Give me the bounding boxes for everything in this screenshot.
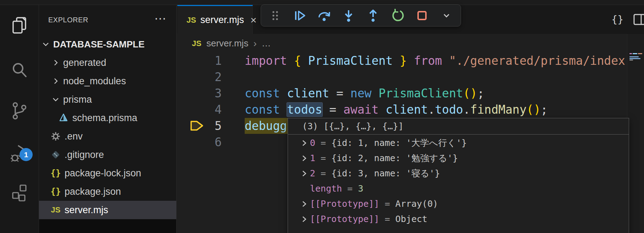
- variable-name: 2: [310, 168, 315, 178]
- code-token: (): [463, 86, 477, 100]
- equals-sign: =: [315, 138, 331, 148]
- debug-variable-row[interactable]: 0 = {id: 1, name: '大学へ行く'}: [288, 135, 629, 150]
- tab-server-mjs[interactable]: JS server.mjs ×: [177, 5, 253, 34]
- code-token: [322, 103, 329, 116]
- chevron-right-icon[interactable]: [301, 169, 310, 178]
- tree-item-generated[interactable]: generated: [39, 53, 176, 72]
- chevron-right-icon[interactable]: [52, 77, 60, 85]
- more-actions-icon[interactable]: ⋯: [154, 11, 166, 25]
- drag-grip-icon[interactable]: [267, 8, 283, 23]
- extensions-icon[interactable]: [10, 183, 29, 203]
- breadcrumb-symbol-ellipsis[interactable]: …: [262, 38, 271, 49]
- chevron-right-icon[interactable]: [301, 215, 310, 224]
- chevron-right-icon[interactable]: [301, 154, 310, 163]
- variable-name: 1: [310, 153, 315, 163]
- braces-action-icon[interactable]: {}: [611, 14, 623, 25]
- minimap[interactable]: [627, 34, 644, 233]
- equals-sign: =: [315, 153, 331, 163]
- line-number: 3: [198, 85, 222, 102]
- tree-item-label: generated: [63, 57, 106, 68]
- git-icon: [50, 150, 61, 159]
- variable-value: Array(0): [395, 199, 438, 209]
- code-line-1[interactable]: import { PrismaClient } from "./generate…: [245, 53, 627, 69]
- code-token: [336, 103, 343, 116]
- step-out-button[interactable]: [365, 8, 381, 23]
- tree-section-database-sample[interactable]: DATABASE-SAMPLE: [39, 35, 176, 53]
- file-tree: DATABASE-SAMPLEgeneratednode_modulespris…: [39, 35, 176, 219]
- restart-button[interactable]: [390, 8, 405, 23]
- variable-value: 3: [358, 183, 363, 194]
- tab-label: server.mjs: [200, 15, 244, 25]
- minimap-mark: [629, 56, 639, 57]
- chevron-down-icon[interactable]: [52, 96, 60, 103]
- code-token: [407, 54, 414, 68]
- debug-value-tree: 0 = {id: 1, name: '大学へ行く'}1 = {id: 2, na…: [288, 135, 629, 227]
- js-file-icon: JS: [187, 16, 196, 25]
- tree-item--env[interactable]: .env: [39, 127, 176, 146]
- code-token: todos: [287, 103, 322, 116]
- debug-hover-popup: (3) [{…}, {…}, {…}] 0 = {id: 1, name: '大…: [288, 118, 629, 233]
- code-token: [287, 54, 294, 68]
- minimap-mark: [633, 53, 637, 54]
- breadcrumb-file[interactable]: server.mjs: [206, 38, 248, 49]
- code-token: await: [343, 103, 378, 116]
- debug-variable-row[interactable]: [[Prototype]] = Object: [288, 211, 629, 227]
- prisma-icon: [58, 113, 69, 123]
- code-token: =: [336, 86, 343, 100]
- explorer-header: EXPLORER ⋯: [39, 5, 176, 35]
- debug-variable-row[interactable]: 1 = {id: 2, name: '勉強する'}: [288, 150, 629, 166]
- tree-item-node-modules[interactable]: node_modules: [39, 72, 176, 90]
- editor-actions: {}: [611, 5, 641, 34]
- equals-sign: =: [315, 168, 331, 178]
- chevron-right-icon[interactable]: [301, 199, 310, 209]
- tree-item-schema-prisma[interactable]: schema.prisma: [39, 109, 176, 127]
- debug-variable-row[interactable]: 2 = {id: 3, name: '寝る'}: [288, 166, 629, 181]
- variable-value: {id: 2, name: '勉強する'}: [331, 152, 458, 164]
- continue-button[interactable]: [292, 8, 307, 23]
- glyph-margin[interactable]: [177, 53, 198, 150]
- code-token: [301, 54, 308, 68]
- step-into-button[interactable]: [341, 8, 356, 23]
- code-token: .: [428, 103, 435, 116]
- debug-variable-row[interactable]: length = 3: [288, 181, 629, 196]
- js-file-icon: JS: [192, 39, 201, 48]
- chevron-right-icon[interactable]: [52, 59, 60, 67]
- chevron-down-icon[interactable]: [439, 8, 454, 23]
- tree-item--gitignore[interactable]: .gitignore: [39, 146, 176, 164]
- tree-item-server-mjs[interactable]: JSserver.mjs: [39, 201, 176, 219]
- code-token: ;: [477, 86, 484, 100]
- search-icon[interactable]: [10, 61, 29, 80]
- code-token: PrismaClient: [308, 54, 393, 68]
- minimap-mark: [638, 53, 642, 54]
- close-tab-icon[interactable]: ×: [250, 15, 257, 25]
- chevron-down-icon[interactable]: [42, 40, 50, 48]
- tree-item-label: package-lock.json: [65, 168, 141, 179]
- code-token: [329, 86, 336, 100]
- breadcrumb: JS server.mjs › …: [177, 34, 623, 53]
- split-editor-icon[interactable]: [633, 12, 644, 27]
- braces-icon: {}: [50, 168, 61, 178]
- tree-item-label: prisma: [63, 94, 92, 105]
- step-over-button[interactable]: [316, 8, 332, 23]
- code-line-2[interactable]: [245, 69, 627, 85]
- code-token: client: [287, 86, 329, 100]
- code-token: [393, 54, 400, 68]
- gear-icon: [50, 132, 61, 141]
- code-token: client: [385, 103, 428, 116]
- tree-item-prisma[interactable]: prisma: [39, 90, 176, 109]
- tree-item-label: server.mjs: [65, 205, 108, 216]
- debug-variable-row[interactable]: [[Prototype]] = Array(0): [288, 196, 629, 211]
- debug-value-preview[interactable]: (3) [{…}, {…}, {…}]: [288, 118, 629, 135]
- stop-button[interactable]: [414, 8, 430, 23]
- tree-item-package-lock-json[interactable]: {}package-lock.json: [39, 164, 176, 182]
- explorer-icon[interactable]: [10, 16, 29, 35]
- code-token: debugg: [245, 119, 287, 133]
- code-token: [372, 86, 379, 100]
- code-line-3[interactable]: const client = new PrismaClient();: [245, 85, 627, 102]
- code-line-4[interactable]: const todos = await client.todo.findMany…: [245, 102, 627, 118]
- tree-item-label: schema.prisma: [72, 113, 137, 124]
- source-control-icon[interactable]: [10, 101, 29, 120]
- variable-value: {id: 3, name: '寝る'}: [331, 167, 440, 179]
- chevron-right-icon[interactable]: [301, 138, 310, 148]
- tree-item-package-json[interactable]: {}package.json: [39, 182, 176, 201]
